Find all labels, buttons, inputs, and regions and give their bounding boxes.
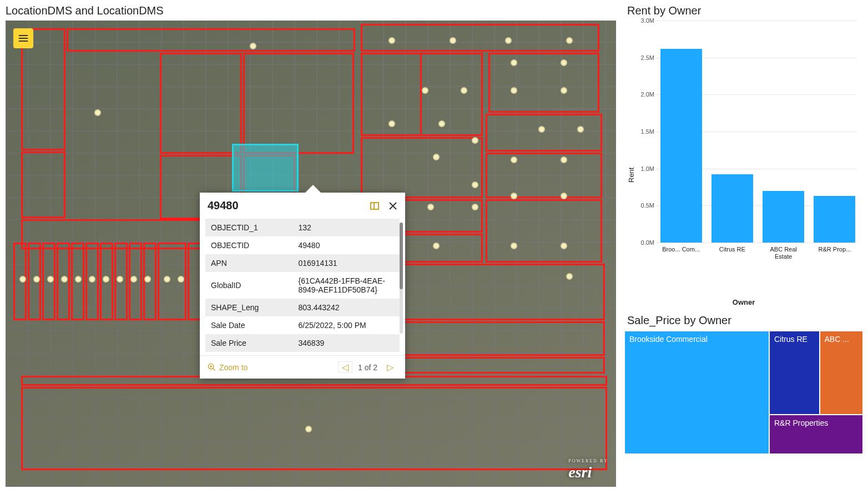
- selected-parcel[interactable]: [232, 144, 299, 191]
- feature-point[interactable]: [19, 276, 26, 283]
- feature-point[interactable]: [130, 276, 137, 283]
- feature-point[interactable]: [178, 276, 184, 283]
- parcel-outline[interactable]: [488, 53, 599, 113]
- rent-chart-title: Rent by Owner: [625, 0, 862, 21]
- parcel-outline[interactable]: [21, 152, 65, 218]
- treemap-cell[interactable]: Citrus RE: [770, 331, 819, 414]
- popup-arrow: [305, 185, 321, 193]
- feature-point[interactable]: [561, 87, 567, 94]
- bar[interactable]: [660, 49, 702, 243]
- rent-chart-ylabel: Rent: [625, 21, 635, 296]
- table-row: Sale Price346839: [205, 334, 400, 352]
- treemap-cell[interactable]: ABC ...: [820, 331, 862, 414]
- feature-point[interactable]: [511, 59, 517, 66]
- feature-point[interactable]: [61, 276, 68, 283]
- feature-point[interactable]: [561, 243, 567, 249]
- parcel-outline[interactable]: [486, 114, 602, 152]
- feature-point[interactable]: [577, 126, 584, 133]
- feature-point[interactable]: [511, 157, 517, 163]
- close-icon[interactable]: [388, 201, 397, 210]
- feature-point[interactable]: [388, 120, 395, 127]
- parcel-outline[interactable]: [486, 153, 602, 198]
- feature-point[interactable]: [566, 273, 573, 280]
- attr-key: OBJECTID: [205, 236, 293, 254]
- feature-point[interactable]: [47, 276, 54, 283]
- table-row: GlobalID{61CA442B-1FFB-4EAE-8949-AEF11DF…: [205, 272, 400, 299]
- parcel-outline[interactable]: [160, 53, 242, 154]
- feature-point[interactable]: [305, 426, 312, 432]
- feature-point[interactable]: [511, 193, 517, 199]
- pager-prev-button[interactable]: ◁: [338, 361, 352, 373]
- feature-point[interactable]: [505, 37, 512, 44]
- map-title: LocationDMS and LocationDMS: [3, 0, 618, 21]
- feature-point[interactable]: [538, 126, 545, 133]
- pager-next-button[interactable]: ▷: [383, 361, 397, 373]
- y-tick: 1.0M: [635, 165, 654, 172]
- parcel-outline[interactable]: [21, 387, 607, 470]
- feature-point[interactable]: [427, 204, 434, 210]
- feature-point[interactable]: [472, 204, 478, 210]
- y-tick: 1.5M: [635, 128, 654, 135]
- sale-price-treemap[interactable]: Brookside Commercial Citrus RE ABC ... R…: [625, 331, 862, 453]
- y-tick: 0.5M: [635, 202, 654, 209]
- rent-chart-xlabel: Owner: [625, 296, 862, 311]
- parcel-outline[interactable]: [361, 137, 483, 198]
- feature-point[interactable]: [94, 109, 101, 116]
- feature-point[interactable]: [472, 182, 478, 188]
- feature-point[interactable]: [117, 276, 123, 283]
- feature-point[interactable]: [561, 193, 567, 199]
- attr-key: OBJECTID_1: [205, 219, 293, 236]
- treemap-cell[interactable]: Brookside Commercial: [625, 331, 769, 453]
- parcel-outline[interactable]: [486, 199, 602, 263]
- feature-point[interactable]: [75, 276, 82, 283]
- feature-point[interactable]: [433, 154, 440, 160]
- feature-point[interactable]: [250, 43, 256, 49]
- map-menu-button[interactable]: [13, 28, 33, 48]
- parcel-outline[interactable]: [243, 53, 354, 154]
- bar[interactable]: [711, 174, 753, 243]
- bar-label: R&R Prop...: [814, 243, 855, 267]
- feature-point[interactable]: [164, 276, 170, 283]
- feature-point[interactable]: [566, 37, 573, 44]
- table-row: OBJECTID_1132: [205, 219, 400, 236]
- attr-value: 6/25/2022, 5:00 PM: [293, 316, 400, 334]
- attr-value: 132: [293, 219, 400, 236]
- feature-point[interactable]: [450, 37, 456, 44]
- bar-label: Citrus RE: [711, 243, 753, 267]
- feature-point[interactable]: [103, 276, 109, 283]
- attr-value: 346839: [293, 334, 400, 352]
- zoom-to-button[interactable]: Zoom to: [208, 363, 248, 372]
- bar[interactable]: [814, 196, 855, 243]
- popup-pager: ◁ 1 of 2 ▷: [338, 361, 397, 373]
- feature-point[interactable]: [461, 87, 467, 94]
- feature-point[interactable]: [472, 137, 478, 144]
- feature-point[interactable]: [511, 243, 517, 249]
- dock-icon[interactable]: [370, 201, 380, 211]
- table-row: SHAPE_Leng803.443242: [205, 299, 400, 316]
- feature-point[interactable]: [561, 59, 567, 66]
- attr-key: GlobalID: [205, 272, 293, 299]
- parcel-outline[interactable]: [361, 24, 599, 52]
- feature-point[interactable]: [388, 37, 395, 44]
- feature-point[interactable]: [33, 276, 40, 283]
- feature-point[interactable]: [561, 157, 567, 163]
- feature-point[interactable]: [89, 276, 95, 283]
- feature-point[interactable]: [144, 276, 151, 283]
- parcel-outline[interactable]: [67, 28, 355, 52]
- bar[interactable]: [763, 191, 804, 243]
- attr-value: {61CA442B-1FFB-4EAE-8949-AEF11DF50B74}: [293, 272, 400, 299]
- y-tick: 2.5M: [635, 54, 654, 61]
- treemap-title: Sale_Price by Owner: [625, 311, 862, 331]
- attr-value: 803.443242: [293, 299, 400, 316]
- esri-attribution: POWERED BY esri: [568, 458, 608, 481]
- feature-point[interactable]: [433, 243, 440, 249]
- feature-point[interactable]: [422, 87, 428, 94]
- hamburger-icon: [18, 33, 29, 44]
- feature-point[interactable]: [438, 120, 445, 127]
- map-viewport[interactable]: 49480 OBJECTID_1132OBJECTID49480APN01691…: [6, 21, 616, 487]
- rent-bar-chart[interactable]: 3.0M2.5M2.0M1.5M1.0M0.5M0.0MBroo... Com.…: [635, 21, 862, 276]
- popup-scrollbar[interactable]: [400, 223, 403, 334]
- feature-point[interactable]: [511, 87, 517, 94]
- attr-value: 016914131: [293, 254, 400, 272]
- treemap-cell[interactable]: R&R Properties: [770, 415, 862, 453]
